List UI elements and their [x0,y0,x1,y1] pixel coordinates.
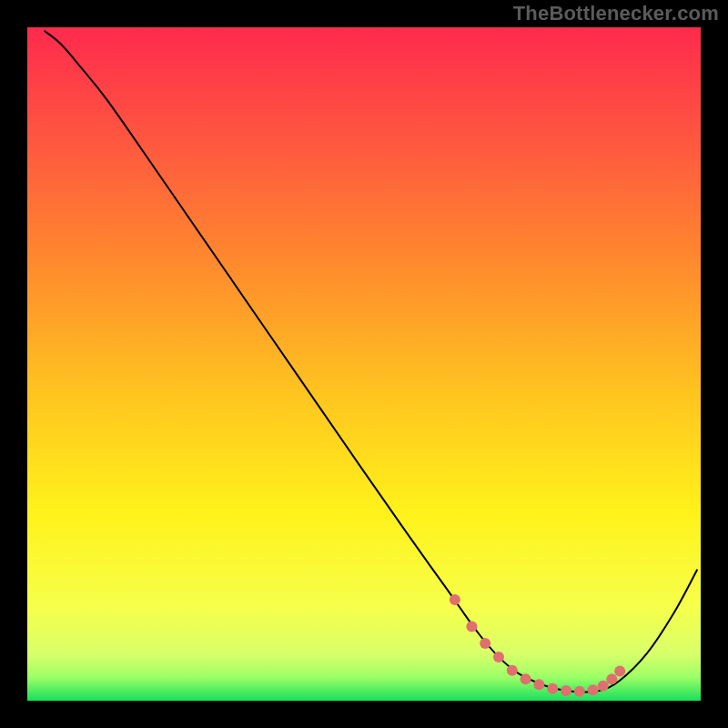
highlight-dot [533,679,544,690]
highlight-dot [606,673,617,684]
chart-container: TheBottlenecker.com [0,0,728,728]
highlight-dot [561,685,571,696]
highlight-dot [507,665,518,676]
plot-background [27,27,701,701]
highlight-dot [466,622,477,632]
bottleneck-chart [0,0,728,728]
brand-watermark: TheBottlenecker.com [513,2,719,25]
highlight-dot [450,594,460,605]
highlight-dot [598,681,609,692]
highlight-dot [493,652,504,662]
highlight-dot [547,683,558,694]
highlight-dot [574,686,585,697]
highlight-dot [480,638,490,649]
highlight-dot [588,684,599,695]
highlight-dot [614,665,625,676]
highlight-dot [521,673,531,684]
